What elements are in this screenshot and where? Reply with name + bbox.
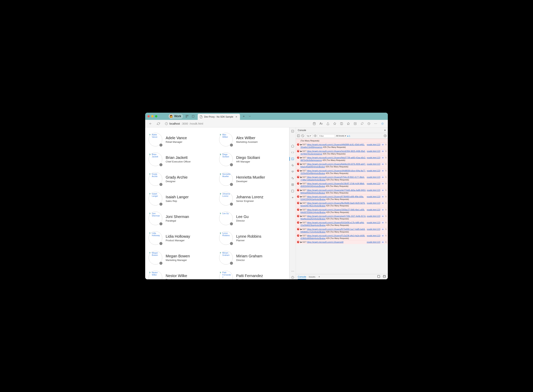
close-window-button[interactable]: [148, 115, 150, 117]
console-error-row[interactable]: ✕ ⎘ aı nosdk.html:123 ▶GET https://graph…: [296, 169, 388, 175]
source-link[interactable]: nosdk.html:123: [367, 195, 380, 198]
refresh-button[interactable]: [155, 121, 162, 127]
inspect-icon[interactable]: [291, 129, 295, 133]
log-action-icon[interactable]: ⎘: [385, 202, 387, 204]
drawer-errors-icon[interactable]: [377, 275, 380, 279]
log-action-icon[interactable]: ⎘: [385, 143, 387, 146]
log-action-icon[interactable]: ⎘: [385, 156, 387, 159]
live-expression-icon[interactable]: [314, 134, 317, 138]
maximize-window-button[interactable]: [155, 115, 157, 117]
log-ai-icon[interactable]: aı: [381, 150, 384, 152]
log-ai-icon[interactable]: aı: [381, 215, 384, 217]
favorite-icon[interactable]: [332, 121, 338, 127]
new-tab-button[interactable]: ＋: [242, 114, 246, 119]
expand-icon[interactable]: ▶: [300, 241, 302, 243]
expand-icon[interactable]: ▶: [300, 169, 302, 172]
log-ai-icon[interactable]: aı: [381, 143, 384, 146]
tab-actions-icon[interactable]: [191, 114, 195, 119]
memory-icon[interactable]: [291, 183, 295, 187]
source-link[interactable]: nosdk.html:123: [367, 228, 380, 230]
sources-icon[interactable]: [291, 163, 295, 167]
source-link[interactable]: nosdk.html:123: [367, 215, 380, 217]
copilot-icon[interactable]: [380, 121, 385, 127]
source-link[interactable]: nosdk.html:123: [367, 182, 380, 185]
expand-icon[interactable]: ▶: [300, 189, 302, 191]
source-link[interactable]: nosdk.html:123: [367, 189, 380, 191]
favorites-list-icon[interactable]: [345, 121, 352, 127]
expand-icon[interactable]: ▶: [300, 209, 302, 211]
request-url[interactable]: https://graph.microsoft.com/v1.0/users/e…: [307, 241, 343, 243]
filter-input[interactable]: [318, 134, 335, 138]
expand-icon[interactable]: ▶: [300, 163, 302, 165]
performance-tab-icon[interactable]: [291, 176, 295, 180]
address-bar[interactable]: localhost:3000/nosdk.html: [163, 122, 309, 125]
site-info-icon[interactable]: [165, 122, 168, 125]
collections-icon[interactable]: [352, 121, 358, 127]
log-action-icon[interactable]: ⎘: [385, 195, 387, 198]
levels-selector[interactable]: All levels ▾: [336, 135, 346, 137]
expand-icon[interactable]: ▶: [300, 221, 302, 224]
log-action-icon[interactable]: ⎘: [385, 169, 387, 172]
source-link[interactable]: nosdk.html:123: [367, 176, 380, 178]
extensions-icon[interactable]: [359, 121, 365, 127]
expand-icon[interactable]: ▶: [300, 228, 302, 230]
expand-icon[interactable]: ▶: [300, 234, 302, 237]
console-error-row[interactable]: ✕ ⎘ aı nosdk.html:123 ▶GET https://graph…: [296, 188, 388, 195]
source-link[interactable]: nosdk.html:123: [367, 156, 380, 159]
performance-icon[interactable]: [366, 121, 372, 127]
log-ai-icon[interactable]: aı: [381, 221, 384, 224]
source-link[interactable]: nosdk.html:123: [367, 208, 380, 211]
log-action-icon[interactable]: ⎘: [385, 176, 387, 178]
console-error-row[interactable]: ✕ ⎘ aı nosdk.html:123 ▶GET https://graph…: [296, 221, 388, 227]
source-link[interactable]: nosdk.html:123: [367, 241, 380, 243]
log-ai-icon[interactable]: aı: [381, 182, 384, 185]
console-error-row[interactable]: ✕ ⎘ aı nosdk.html:123 ▶GET https://graph…: [296, 201, 388, 208]
log-ai-icon[interactable]: aı: [381, 228, 384, 230]
log-action-icon[interactable]: ⎘: [385, 221, 387, 224]
expand-icon[interactable]: ▶: [300, 215, 302, 217]
help-icon[interactable]: [291, 275, 295, 279]
log-ai-icon[interactable]: aı: [381, 176, 384, 178]
log-ai-icon[interactable]: aı: [381, 241, 384, 243]
source-link[interactable]: nosdk.html:123: [367, 202, 380, 204]
shopping-icon[interactable]: [311, 121, 317, 127]
console-error-row[interactable]: ✕ ⎘ aı nosdk.html:123 ▶GET https://graph…: [296, 234, 388, 240]
log-action-icon[interactable]: ⎘: [385, 234, 387, 237]
log-action-icon[interactable]: ⎘: [385, 241, 387, 243]
log-ai-icon[interactable]: aı: [381, 195, 384, 198]
minimize-window-button[interactable]: [151, 115, 153, 117]
browser-tab[interactable]: Dev Proxy - No SDK Sample ✕: [198, 114, 240, 120]
console-settings-icon[interactable]: [384, 134, 387, 138]
tab-overflow-button[interactable]: [247, 114, 252, 119]
application-icon[interactable]: [291, 189, 295, 193]
clear-console-icon[interactable]: [301, 134, 304, 138]
log-ai-icon[interactable]: aı: [381, 208, 384, 211]
console-error-row[interactable]: ✕ ⎘ aı nosdk.html:123 ▶GET https://graph…: [296, 156, 388, 162]
log-action-icon[interactable]: ⎘: [385, 208, 387, 211]
console-error-row[interactable]: ✕ ⎘ aı nosdk.html:123 ▶GET https://graph…: [296, 162, 388, 168]
source-link[interactable]: nosdk.html:123: [367, 221, 380, 224]
source-link[interactable]: nosdk.html:123: [367, 163, 380, 165]
add-tool-icon[interactable]: ＋: [291, 196, 295, 199]
console-error-row[interactable]: ✕ ⎘ aı nosdk.html:123 ▶GET https://graph…: [296, 175, 388, 182]
split-screen-icon[interactable]: [338, 121, 345, 127]
more-tools-icon[interactable]: ⋯: [291, 269, 295, 273]
console-icon[interactable]: [291, 157, 295, 161]
expand-icon[interactable]: ▶: [300, 196, 302, 198]
expand-icon[interactable]: ▶: [300, 156, 302, 159]
context-selector[interactable]: top ▾: [305, 134, 313, 137]
console-error-row[interactable]: ✕ ⎘ aı nosdk.html:123 ▶GET https://graph…: [296, 182, 388, 188]
source-link[interactable]: nosdk.html:123: [367, 234, 380, 237]
log-action-icon[interactable]: ⎘: [385, 228, 387, 230]
expand-icon[interactable]: ▶: [300, 150, 302, 152]
log-ai-icon[interactable]: aı: [381, 156, 384, 159]
close-devtools-button[interactable]: ✕: [384, 129, 386, 132]
console-error-row[interactable]: ✕ ⎘ aı nosdk.html:123 ▶GET https://graph…: [296, 195, 388, 201]
more-icon[interactable]: ⋯: [373, 121, 379, 127]
console-error-row[interactable]: ✕ ⎘ aı nosdk.html:123 ▶GET https://graph…: [296, 227, 388, 234]
console-log[interactable]: (Too Many Requests) ✕ ⎘ aı nosdk.html:12…: [296, 139, 388, 274]
console-error-row[interactable]: ✕ ⎘ aı nosdk.html:123 ▶GET https://graph…: [296, 208, 388, 214]
drawer-expand-icon[interactable]: [383, 275, 386, 279]
welcome-icon[interactable]: [291, 144, 295, 148]
close-tab-button[interactable]: ✕: [235, 116, 238, 118]
